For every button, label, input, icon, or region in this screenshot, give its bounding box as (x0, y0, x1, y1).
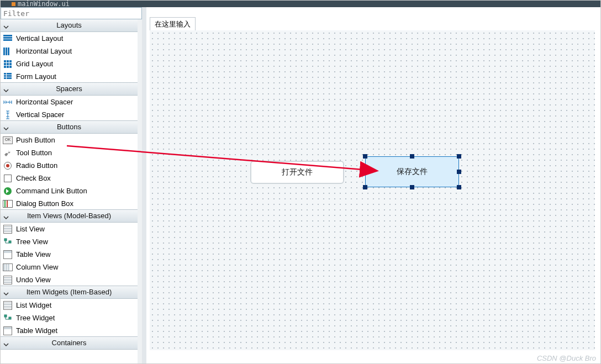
column-view-icon (3, 262, 13, 272)
tree-view-icon (3, 237, 13, 247)
grid-layout-icon (3, 59, 13, 69)
form-central-widget[interactable]: 打开文件 保存文件 (150, 30, 595, 350)
widget-label: Table Widget (16, 326, 57, 335)
table-widget-icon (3, 326, 13, 336)
widget-label: Command Link Button (16, 187, 87, 195)
widget-vertical-layout[interactable]: Vertical Layout (1, 32, 138, 45)
file-tab[interactable]: mainWindow.ui (1, 1, 70, 7)
widget-box: Layouts Vertical Layout Horizontal Layou… (1, 19, 142, 363)
svg-rect-3 (9, 317, 11, 319)
widget-list-view[interactable]: List View (1, 223, 138, 235)
category-containers[interactable]: Containers (1, 336, 138, 350)
widget-command-link-button[interactable]: Command Link Button (1, 184, 138, 197)
category-label: Spacers (1, 83, 138, 95)
widget-filter-input[interactable] (1, 8, 141, 19)
form-menubar[interactable]: 在这里输入 (150, 17, 196, 31)
widget-tool-button[interactable]: Tool Button (1, 146, 138, 159)
push-button-save-file[interactable]: 保存文件 (365, 156, 459, 187)
resize-handle-sw[interactable] (363, 185, 367, 189)
design-canvas-area: 在这里输入 打开文件 保存文件 (146, 7, 600, 355)
sidebar-scrollbar[interactable] (138, 19, 142, 363)
form-grid-background (150, 30, 595, 350)
menubar-placeholder[interactable]: 在这里输入 (155, 19, 191, 29)
resize-handle-ne[interactable] (457, 154, 461, 159)
widget-label: Form Layout (16, 72, 56, 81)
category-layouts[interactable]: Layouts (1, 19, 138, 32)
widget-push-button[interactable]: OK Push Button (1, 134, 138, 146)
widget-label: Table View (16, 250, 51, 259)
widget-label: Vertical Layout (16, 34, 63, 43)
resize-handle-w[interactable] (363, 170, 367, 174)
widget-label: Horizontal Layout (16, 47, 72, 55)
widget-label: Grid Layout (16, 60, 53, 68)
category-item-views[interactable]: Item Views (Model-Based) (1, 209, 138, 223)
widget-label: Push Button (16, 136, 55, 144)
widget-form-layout[interactable]: Form Layout (1, 70, 138, 83)
widget-tree-view[interactable]: Tree View (1, 235, 138, 248)
category-spacers[interactable]: Spacers (1, 82, 138, 96)
category-label: Item Widgets (Item-Based) (1, 286, 138, 298)
push-button-open-file[interactable]: 打开文件 (250, 161, 344, 184)
resize-handle-nw[interactable] (363, 154, 367, 159)
list-view-icon (3, 224, 13, 234)
tree-widget-icon (3, 313, 13, 323)
widget-dialog-button-box[interactable]: Dialog Button Box (1, 197, 138, 210)
widget-filter[interactable] (1, 7, 142, 19)
widget-check-box[interactable]: Check Box (1, 172, 138, 184)
vertical-spacer-icon (3, 110, 13, 120)
widget-column-view[interactable]: Column View (1, 261, 138, 273)
horizontal-spacer-icon (3, 97, 13, 107)
widget-grid-layout[interactable]: Grid Layout (1, 57, 138, 70)
resize-handle-se[interactable] (457, 185, 461, 189)
svg-rect-2 (4, 315, 7, 317)
chevron-down-icon (3, 213, 9, 225)
widget-horizontal-spacer[interactable]: Horizontal Spacer (1, 96, 138, 108)
dialog-button-box-icon (3, 199, 13, 209)
widget-horizontal-layout[interactable]: Horizontal Layout (1, 45, 138, 57)
widget-label: Tree Widget (16, 314, 55, 322)
widget-table-view[interactable]: Table View (1, 248, 138, 261)
resize-handle-n[interactable] (410, 154, 414, 159)
button-text: 保存文件 (397, 167, 428, 177)
watermark: CSDN @Duck Bro (537, 354, 596, 362)
widget-label: Check Box (16, 174, 51, 182)
chevron-down-icon (3, 289, 9, 301)
table-view-icon (3, 250, 13, 260)
widget-tree-widget[interactable]: Tree Widget (1, 312, 138, 324)
widget-vertical-spacer[interactable]: Vertical Spacer (1, 108, 138, 121)
command-link-icon (3, 186, 13, 196)
resize-handle-s[interactable] (410, 185, 414, 189)
undo-view-icon (3, 275, 13, 285)
tool-button-icon (3, 148, 13, 158)
chevron-down-icon (3, 22, 9, 34)
widget-label: Undo View (16, 276, 51, 284)
widget-undo-view[interactable]: Undo View (1, 273, 138, 286)
category-buttons[interactable]: Buttons (1, 120, 138, 134)
category-label: Item Views (Model-Based) (1, 210, 138, 222)
widget-label: Dialog Button Box (16, 199, 73, 208)
horizontal-layout-icon (3, 46, 13, 56)
category-item-widgets[interactable]: Item Widgets (Item-Based) (1, 286, 138, 299)
chevron-down-icon (3, 124, 9, 136)
push-button-icon: OK (3, 135, 13, 145)
widget-radio-button[interactable]: Radio Button (1, 159, 138, 172)
widget-table-widget[interactable]: Table Widget (1, 324, 138, 337)
widget-list-widget[interactable]: List Widget (1, 299, 138, 312)
widget-label: Radio Button (16, 161, 57, 170)
file-tab-label: mainWindow.ui (18, 0, 70, 8)
resize-handle-e[interactable] (457, 170, 461, 174)
vertical-layout-icon (3, 34, 13, 44)
radio-button-icon (3, 161, 13, 171)
widget-label: Vertical Spacer (16, 110, 64, 119)
form-layout-icon (3, 72, 13, 82)
widget-label: List View (16, 225, 45, 233)
check-box-icon (3, 173, 13, 183)
splitter-handle[interactable] (142, 7, 146, 363)
chevron-down-icon (3, 340, 9, 352)
category-label: Layouts (1, 19, 138, 31)
app-toolbar (1, 1, 600, 7)
svg-rect-1 (9, 241, 11, 243)
file-modified-icon (12, 2, 15, 6)
widget-label: List Widget (16, 301, 51, 309)
category-label: Containers (1, 337, 138, 349)
